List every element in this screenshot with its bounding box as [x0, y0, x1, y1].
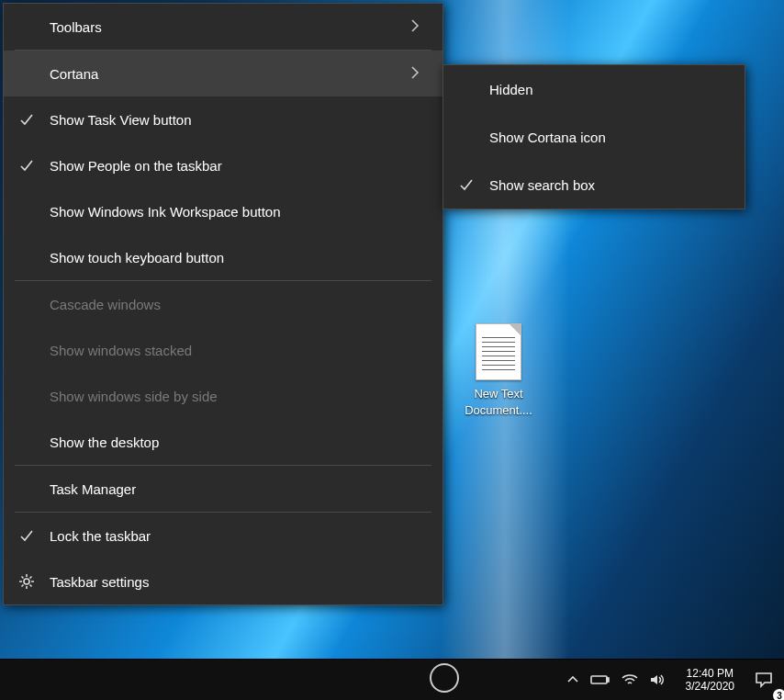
svg-point-0	[24, 579, 29, 584]
svg-rect-1	[591, 676, 607, 683]
checkmark-icon	[443, 176, 489, 193]
taskbar: 12:40 PM 3/24/2020 3	[0, 660, 784, 700]
volume-icon[interactable]	[644, 673, 671, 686]
text-file-icon	[476, 323, 521, 380]
cortana-submenu: Hidden Show Cortana icon Show search box	[442, 64, 745, 209]
chevron-right-icon	[404, 65, 426, 83]
wifi-icon[interactable]	[616, 673, 644, 686]
menu-item-toolbars[interactable]: Toolbars	[4, 4, 442, 50]
taskbar-cortana-icon[interactable]	[430, 663, 459, 693]
checkmark-icon	[4, 157, 50, 174]
menu-item-lock-taskbar[interactable]: Lock the taskbar	[4, 513, 442, 559]
taskbar-context-menu: Toolbars Cortana Show Task View button S…	[3, 3, 443, 605]
svg-rect-2	[607, 678, 609, 682]
menu-item-windows-stacked: Show windows stacked	[4, 327, 442, 373]
menu-item-show-touch-keyboard[interactable]: Show touch keyboard button	[4, 234, 442, 280]
menu-item-cascade-windows: Cascade windows	[4, 281, 442, 327]
gear-icon	[4, 573, 50, 590]
clock-date: 3/24/2020	[686, 680, 734, 693]
menu-item-show-task-view[interactable]: Show Task View button	[4, 96, 442, 142]
chevron-right-icon	[404, 18, 426, 36]
menu-item-windows-side-by-side: Show windows side by side	[4, 373, 442, 419]
submenu-item-hidden[interactable]: Hidden	[443, 65, 745, 113]
system-tray	[555, 660, 677, 700]
desktop-text-file-label: New Text Document....	[457, 386, 540, 419]
desktop-text-file[interactable]: New Text Document....	[457, 323, 540, 419]
checkmark-icon	[4, 527, 50, 544]
action-center-icon[interactable]: 3	[744, 660, 784, 700]
menu-item-show-ink-workspace[interactable]: Show Windows Ink Workspace button	[4, 188, 442, 234]
clock-time: 12:40 PM	[687, 667, 734, 680]
submenu-item-show-cortana-icon[interactable]: Show Cortana icon	[443, 113, 745, 161]
menu-item-cortana[interactable]: Cortana	[4, 51, 442, 96]
checkmark-icon	[4, 111, 50, 128]
menu-item-taskbar-settings[interactable]: Taskbar settings	[4, 559, 442, 604]
submenu-item-show-search-box[interactable]: Show search box	[443, 161, 745, 209]
menu-item-show-desktop[interactable]: Show the desktop	[4, 419, 442, 465]
menu-item-show-people[interactable]: Show People on the taskbar	[4, 142, 442, 188]
menu-item-task-manager[interactable]: Task Manager	[4, 466, 442, 512]
notification-badge: 3	[773, 689, 784, 700]
tray-overflow-icon[interactable]	[561, 673, 585, 686]
taskbar-clock[interactable]: 12:40 PM 3/24/2020	[677, 660, 744, 700]
battery-icon[interactable]	[585, 673, 616, 686]
